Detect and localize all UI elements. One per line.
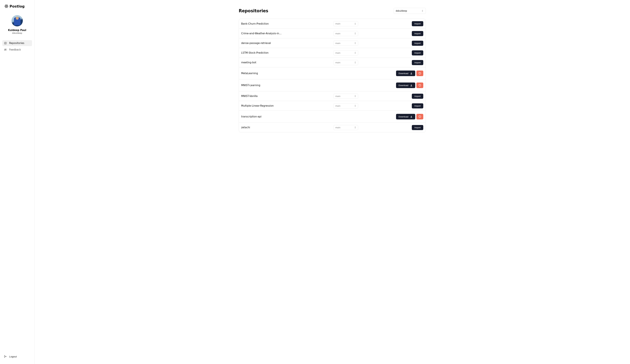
repo-name: Crime-and-Weather-Analysis-in-Col	[241, 32, 282, 35]
branch-label: main	[335, 95, 340, 98]
sidebar-item-label: Feedback	[9, 48, 21, 51]
repo-row: MNIST-VanillamainImport	[239, 91, 426, 101]
branch-label: main	[335, 61, 340, 64]
reset-icon	[418, 115, 421, 118]
download-button[interactable]: Download	[396, 82, 415, 88]
repo-name: MNIST-Learning	[241, 84, 282, 87]
branch-selector[interactable]: main	[334, 50, 358, 56]
repo-name: zetachi	[241, 126, 282, 129]
branch-label: main	[335, 42, 340, 44]
user-display-name: Kuldeep Paul	[8, 29, 26, 32]
branch-selector[interactable]: main	[334, 94, 358, 99]
repo-name: meeting-bot	[241, 61, 282, 64]
branch-selector[interactable]: main	[334, 125, 358, 130]
chevron-updown-icon	[354, 95, 356, 97]
svg-point-8	[4, 49, 6, 50]
reset-button[interactable]	[416, 114, 423, 120]
repo-row: zetachimainImport	[239, 122, 426, 132]
repo-row: MNIST-LearningDownload	[239, 79, 426, 91]
download-label: Download	[398, 84, 408, 86]
download-button[interactable]: Download	[396, 70, 415, 76]
repo-row: Crime-and-Weather-Analysis-in-ColmainImp…	[239, 28, 426, 38]
branch-selector[interactable]: main	[334, 103, 358, 108]
repo-name: dense-passage-retrieval	[241, 42, 282, 44]
repo-row: Bank-Churn-PredictionmainImport	[239, 19, 426, 28]
avatar[interactable]	[12, 15, 23, 26]
import-button[interactable]: Import	[412, 21, 423, 26]
branch-label: main	[335, 52, 340, 54]
sidebar-nav: Repositories Feedback	[2, 40, 32, 53]
branch-label: main	[335, 105, 340, 107]
repo-name: MetaLearning	[241, 72, 282, 75]
chevron-updown-icon	[354, 32, 356, 34]
logout-label: Logout	[9, 355, 17, 358]
chevron-updown-icon	[354, 52, 356, 54]
branch-selector[interactable]: main	[334, 31, 358, 36]
branch-selector[interactable]: main	[334, 41, 358, 46]
logout-icon	[4, 355, 7, 358]
chevron-updown-icon	[421, 10, 424, 12]
branch-selector[interactable]: main	[334, 60, 358, 65]
logout-button[interactable]: Logout	[2, 354, 32, 360]
repo-name: transcription-api	[241, 115, 282, 118]
import-button[interactable]: Import	[412, 31, 423, 36]
svg-point-3	[6, 6, 6, 6]
reset-icon	[418, 72, 421, 75]
sidebar-item-feedback[interactable]: Feedback	[2, 47, 32, 53]
import-button[interactable]: Import	[412, 41, 423, 46]
download-button[interactable]: Download	[396, 114, 415, 120]
import-button[interactable]: Import	[412, 103, 423, 108]
branch-selector[interactable]: main	[334, 21, 358, 26]
sidebar-item-repositories[interactable]: Repositories	[2, 40, 32, 46]
download-action-group: Download	[396, 70, 423, 76]
download-icon	[410, 72, 413, 75]
org-selector[interactable]: dskuldeep	[394, 8, 426, 14]
branch-label: main	[335, 32, 340, 35]
download-action-group: Download	[396, 114, 423, 120]
repo-row: MetaLearningDownload	[239, 67, 426, 79]
sidebar: Postlog Kuldeep Paul dskuldeep Repositor…	[0, 0, 34, 364]
feedback-icon	[4, 48, 7, 51]
download-label: Download	[398, 72, 408, 75]
chevron-updown-icon	[354, 42, 356, 44]
download-icon	[410, 84, 413, 87]
repo-row: LSTM-Stock-PredictionmainImport	[239, 48, 426, 58]
import-button[interactable]: Import	[412, 94, 423, 99]
brand-logo[interactable]: Postlog	[2, 2, 32, 12]
chevron-updown-icon	[354, 23, 356, 25]
repository-list: Bank-Churn-PredictionmainImportCrime-and…	[239, 19, 426, 132]
org-selected-value: dskuldeep	[396, 10, 407, 12]
user-handle: dskuldeep	[12, 32, 22, 34]
download-action-group: Download	[396, 82, 423, 88]
repo-row: meeting-botmainImport	[239, 58, 426, 67]
chevron-updown-icon	[354, 105, 356, 107]
repo-row: transcription-apiDownload	[239, 110, 426, 122]
reset-button[interactable]	[416, 82, 423, 88]
reset-button[interactable]	[416, 70, 423, 76]
logo-icon	[4, 2, 8, 10]
repo-name: LSTM-Stock-Prediction	[241, 51, 282, 54]
branch-label: main	[335, 22, 340, 25]
repo-row: Multiple-Linear-RegressionmainImport	[239, 101, 426, 110]
svg-point-9	[6, 49, 6, 50]
repo-row: dense-passage-retrievalmainImport	[239, 38, 426, 48]
repo-name: Bank-Churn-Prediction	[241, 22, 282, 25]
download-label: Download	[398, 116, 408, 118]
sidebar-item-label: Repositories	[9, 42, 24, 44]
chevron-updown-icon	[354, 126, 356, 128]
main-content: Repositories dskuldeep Bank-Churn-Predic…	[229, 0, 436, 364]
download-icon	[410, 115, 413, 118]
import-button[interactable]: Import	[412, 125, 423, 130]
branch-label: main	[335, 126, 340, 129]
brand-text: Postlog	[10, 4, 24, 8]
profile-area: Kuldeep Paul dskuldeep	[2, 12, 32, 39]
import-button[interactable]: Import	[412, 50, 423, 56]
chevron-updown-icon	[354, 61, 356, 64]
reset-icon	[418, 84, 421, 87]
import-button[interactable]: Import	[412, 60, 423, 65]
page-title: Repositories	[239, 8, 268, 13]
repo-name: MNIST-Vanilla	[241, 95, 282, 98]
repositories-icon	[4, 42, 7, 44]
repo-name: Multiple-Linear-Regression	[241, 104, 282, 107]
